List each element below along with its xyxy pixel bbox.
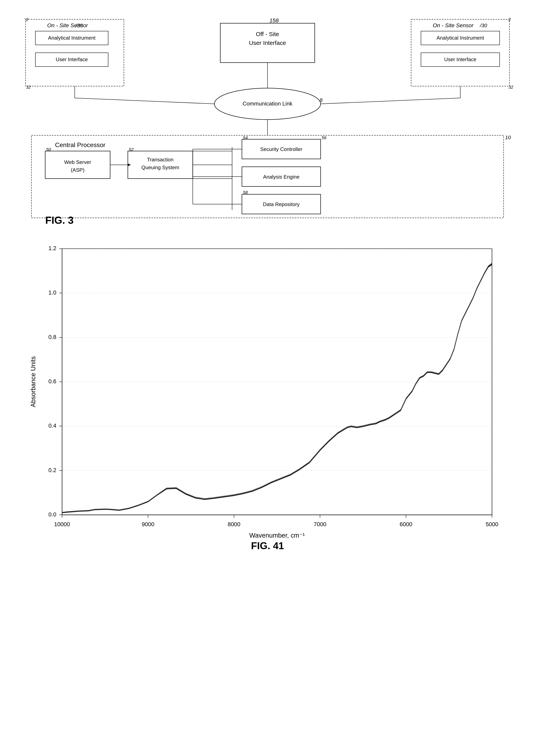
svg-text:Analysis Engine: Analysis Engine <box>263 174 299 180</box>
svg-text:10: 10 <box>505 134 511 140</box>
svg-text:2: 2 <box>508 17 511 22</box>
svg-text:Central Processor: Central Processor <box>55 141 105 148</box>
svg-text:Analytical Instrument: Analytical Instrument <box>48 35 96 41</box>
svg-marker-43 <box>128 164 131 166</box>
svg-text:9000: 9000 <box>142 521 155 527</box>
svg-text:Transaction: Transaction <box>147 157 173 163</box>
svg-text:Wavenumber, cm⁻¹: Wavenumber, cm⁻¹ <box>249 532 305 539</box>
page-container: On - Site Sensor /30 2 Analytical Instru… <box>0 0 535 756</box>
svg-text:8: 8 <box>320 97 323 103</box>
svg-text:54: 54 <box>243 135 248 140</box>
svg-text:Off - Site: Off - Site <box>256 31 279 37</box>
svg-text:Security Controller: Security Controller <box>260 146 302 152</box>
svg-text:Queuing System: Queuing System <box>141 165 179 170</box>
svg-text:10000: 10000 <box>54 521 70 527</box>
svg-text:52: 52 <box>129 147 134 152</box>
svg-text:8000: 8000 <box>228 521 240 527</box>
svg-text:32: 32 <box>26 85 31 90</box>
svg-text:0.2: 0.2 <box>48 467 56 473</box>
svg-text:32: 32 <box>509 85 513 90</box>
svg-text:FIG. 41: FIG. 41 <box>251 540 284 551</box>
svg-text:Communication Link: Communication Link <box>242 100 293 107</box>
svg-text:0.0: 0.0 <box>48 511 56 518</box>
svg-text:User Interface: User Interface <box>56 56 88 62</box>
svg-text:56: 56 <box>322 135 326 140</box>
svg-text:5000: 5000 <box>486 521 498 527</box>
svg-text:2: 2 <box>26 17 28 22</box>
svg-text:0.8: 0.8 <box>48 334 56 340</box>
svg-text:User Interface: User Interface <box>444 56 476 62</box>
svg-text:0.6: 0.6 <box>48 378 56 385</box>
svg-text:7000: 7000 <box>314 521 326 527</box>
svg-line-26 <box>75 98 214 104</box>
svg-text:Analytical Instrument: Analytical Instrument <box>436 35 484 41</box>
fig41-svg: 1.2 1.0 0.8 0.6 0.4 0.2 0.0 <box>16 239 519 553</box>
fig41-container: 1.2 1.0 0.8 0.6 0.4 0.2 0.0 <box>16 239 519 553</box>
svg-text:FIG. 3: FIG. 3 <box>45 214 73 226</box>
svg-text:6000: 6000 <box>400 521 412 527</box>
svg-text:Absorbance Units: Absorbance Units <box>29 356 37 407</box>
svg-text:(ASP): (ASP) <box>71 167 85 173</box>
svg-text:Data Repository: Data Repository <box>263 202 299 207</box>
svg-text:58: 58 <box>243 190 248 195</box>
svg-line-28 <box>321 98 460 104</box>
svg-text:0.4: 0.4 <box>48 422 56 429</box>
fig3-container: On - Site Sensor /30 2 Analytical Instru… <box>16 12 519 228</box>
svg-text:/30: /30 <box>479 22 487 28</box>
svg-text:50: 50 <box>46 147 51 152</box>
svg-text:Web Server: Web Server <box>64 159 91 165</box>
svg-text:158: 158 <box>269 17 279 23</box>
svg-text:User Interface: User Interface <box>249 40 286 46</box>
svg-text:1.2: 1.2 <box>48 245 56 251</box>
fig3-svg: On - Site Sensor /30 2 Analytical Instru… <box>16 12 519 228</box>
svg-text:On - Site Sensor: On - Site Sensor <box>433 22 474 28</box>
svg-text:/30: /30 <box>75 22 83 28</box>
svg-text:1.0: 1.0 <box>48 289 56 296</box>
